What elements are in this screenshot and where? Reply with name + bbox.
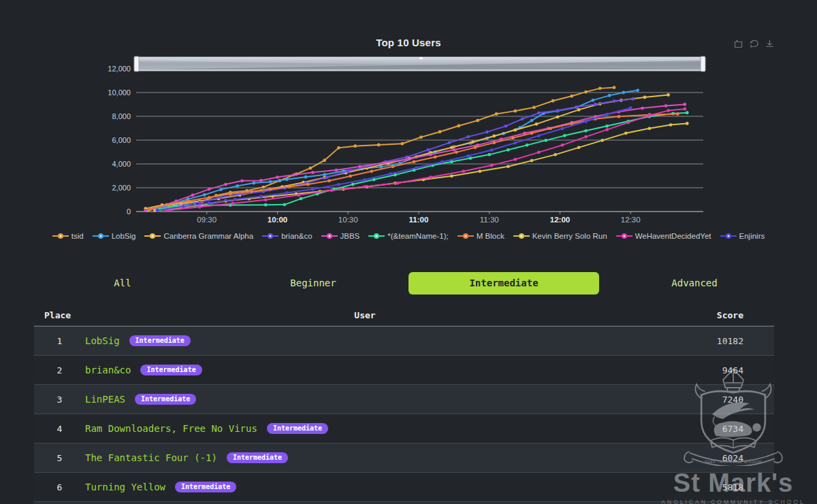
legend-label: Kevin Berry Solo Run (532, 232, 607, 240)
legend-label: Canberra Grammar Alpha (163, 232, 253, 240)
table-header: Place User Score (34, 305, 774, 326)
legend-marker-icon (368, 233, 385, 239)
tab-beginner[interactable]: Beginner (218, 272, 408, 295)
place-cell: 5 (34, 453, 85, 463)
legend-item[interactable]: WeHaventDecidedYet (616, 232, 711, 240)
score-cell: 5818 (645, 482, 774, 492)
legend-item[interactable]: tsid (52, 232, 84, 240)
legend-label: LobSig (112, 232, 136, 240)
legend-item[interactable]: Kevin Berry Solo Run (513, 232, 607, 240)
user-cell: brian&coIntermediate (85, 365, 645, 375)
user-name: LinPEAS (85, 394, 125, 405)
legend-label: tsid (71, 232, 84, 240)
legend-item[interactable]: M Block (458, 232, 504, 240)
legend-marker-icon (262, 233, 278, 239)
user-cell: LinPEASIntermediate (85, 394, 645, 405)
score-cell: 10182 (645, 336, 774, 346)
chart-plot-area[interactable]: 02,0004,0006,0008,00010,00012,00009:3010… (0, 0, 817, 229)
table-row: 6Turning YellowIntermediate5818 (34, 473, 774, 502)
legend-item[interactable]: JBBS (321, 232, 360, 240)
table-row: 5The Fantastic Four (-1)Intermediate6024 (34, 443, 774, 473)
legend-item[interactable]: *(&teamName-1); (368, 232, 448, 240)
legend-marker-icon (513, 233, 530, 239)
table-row: 1LobSigIntermediate10182 (34, 326, 774, 356)
table-body: 1LobSigIntermediate101822brian&coInterme… (34, 326, 774, 502)
svg-text:2,000: 2,000 (112, 184, 131, 192)
table-row: 4Ram Downloaders, Free No VirusIntermedi… (34, 414, 774, 443)
svg-text:12:00: 12:00 (550, 216, 570, 224)
legend-marker-icon (720, 233, 737, 239)
user-cell: The Fantastic Four (-1)Intermediate (85, 452, 645, 463)
place-cell: 2 (34, 365, 85, 375)
svg-text:10,000: 10,000 (108, 88, 131, 97)
legend-item[interactable]: brian&co (262, 232, 312, 240)
legend-label: Enjinirs (739, 232, 765, 240)
svg-text:0: 0 (127, 207, 131, 216)
legend-label: WeHaventDecidedYet (635, 232, 711, 240)
user-name: Ram Downloaders, Free No Virus (85, 423, 257, 434)
user-name: Turning Yellow (85, 482, 165, 492)
header-place: Place (34, 310, 85, 320)
legend-label: M Block (477, 232, 504, 240)
header-score: Score (645, 310, 774, 320)
svg-text:11:00: 11:00 (409, 216, 429, 224)
user-cell: Ram Downloaders, Free No VirusIntermedia… (85, 423, 645, 434)
svg-text:4,000: 4,000 (112, 160, 131, 168)
score-cell: 6734 (645, 424, 774, 434)
score-cell: 9464 (645, 365, 774, 375)
tab-advanced[interactable]: Advanced (599, 272, 790, 295)
svg-text:6,000: 6,000 (112, 136, 131, 144)
user-cell: Turning YellowIntermediate (85, 482, 645, 492)
leaderboard-chart: Top 10 Users 02,0004,0006,0008,00010,000… (0, 0, 817, 249)
svg-text:09:30: 09:30 (197, 216, 217, 224)
difficulty-tabs: AllBeginnerIntermediateAdvanced (27, 272, 790, 295)
table-row: 3LinPEASIntermediate7240 (34, 385, 774, 414)
place-cell: 1 (34, 336, 85, 346)
table-row: 2brian&coIntermediate9464 (34, 356, 774, 385)
legend-label: *(&teamName-1); (387, 232, 448, 240)
tab-all[interactable]: All (27, 272, 218, 295)
score-cell: 7240 (645, 394, 774, 405)
svg-text:10:30: 10:30 (338, 216, 358, 224)
user-name: LobSig (85, 335, 120, 346)
legend-marker-icon (144, 233, 161, 239)
legend-marker-icon (52, 233, 69, 239)
place-cell: 3 (34, 394, 85, 405)
leaderboard-table: Place User Score 1LobSigIntermediate1018… (34, 305, 774, 504)
difficulty-badge: Intermediate (140, 365, 202, 375)
place-cell: 4 (34, 424, 85, 434)
svg-text:11:30: 11:30 (480, 216, 499, 224)
user-cell: LobSigIntermediate (85, 335, 645, 346)
svg-text:12:30: 12:30 (621, 216, 641, 224)
legend-label: brian&co (281, 232, 312, 240)
header-user: User (85, 310, 645, 320)
user-name: The Fantastic Four (-1) (85, 452, 217, 463)
tab-intermediate[interactable]: Intermediate (408, 272, 599, 295)
user-name: brian&co (85, 365, 131, 375)
difficulty-badge: Intermediate (175, 482, 236, 492)
data-zoom-handle-right[interactable] (701, 56, 705, 71)
difficulty-badge: Intermediate (129, 335, 191, 346)
difficulty-badge: Intermediate (227, 452, 288, 463)
svg-text:8,000: 8,000 (112, 112, 131, 120)
difficulty-badge: Intermediate (267, 423, 328, 434)
legend-marker-icon (93, 233, 109, 239)
svg-text:10:00: 10:00 (268, 216, 287, 224)
legend-item[interactable]: LobSig (93, 232, 136, 240)
chart-legend: tsidLobSigCanberra Grammar Alphabrian&co… (0, 232, 817, 240)
place-cell: 6 (34, 482, 85, 492)
legend-marker-icon (458, 233, 474, 239)
legend-item[interactable]: Canberra Grammar Alpha (144, 232, 253, 240)
legend-label: JBBS (340, 232, 360, 240)
score-cell: 6024 (645, 453, 774, 463)
difficulty-badge: Intermediate (135, 394, 196, 405)
data-zoom-handle-left[interactable] (134, 56, 139, 71)
svg-text:12,000: 12,000 (108, 65, 131, 73)
legend-marker-icon (616, 233, 632, 239)
legend-marker-icon (321, 233, 338, 239)
legend-item[interactable]: Enjinirs (720, 232, 765, 240)
